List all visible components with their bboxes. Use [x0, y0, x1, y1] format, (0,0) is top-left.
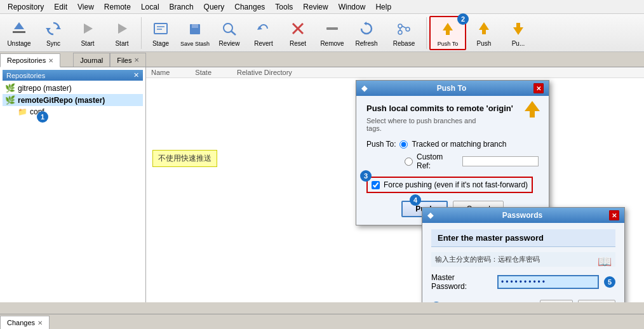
svg-marker-25 [479, 22, 489, 30]
save-stash-button[interactable]: Save Stash [178, 16, 211, 50]
review-button[interactable]: Review [213, 16, 246, 50]
refresh-button[interactable]: Refresh [350, 16, 383, 50]
content-area: Name State Relative Directory 不使用快速推送 ◆ … [146, 67, 644, 302]
step1-badge: 1 [37, 111, 48, 123]
review-icon [219, 18, 239, 39]
conf-folder-icon: 📁 [18, 107, 27, 116]
pwd-ok-button[interactable]: OK [540, 300, 572, 302]
push-to-close[interactable]: ✕ [533, 83, 544, 93]
col-name: Name [151, 69, 170, 76]
start1-button[interactable]: Start [71, 16, 104, 50]
menu-help[interactable]: Help [370, 1, 396, 13]
menu-review[interactable]: Review [298, 1, 333, 13]
radio-custom[interactable] [405, 158, 413, 166]
pwd-label: Master Password: [431, 273, 492, 291]
push-dialog-subtitle: Select where to push branches andtags. [366, 117, 539, 132]
pwd-heading: Enter the master password [431, 229, 615, 247]
sidebar-item-gitrepo[interactable]: 🌿 gitrepo (master) [3, 82, 143, 94]
svg-marker-29 [525, 101, 540, 111]
push-option-custom[interactable]: Custom Ref: [366, 152, 539, 170]
password-close[interactable]: ✕ [609, 210, 619, 220]
dialog-diamond-icon: ◆ [361, 84, 367, 93]
menu-remote[interactable]: Remote [99, 1, 136, 13]
svg-marker-1 [14, 22, 24, 29]
step3-badge: 3 [360, 170, 372, 182]
menu-local[interactable]: Local [136, 1, 164, 13]
start1-icon [77, 18, 98, 39]
sync-button[interactable]: Sync [37, 16, 70, 50]
remove-button[interactable]: Remove [316, 16, 349, 50]
password-dialog-titlebar: ◆ Passwords ✕ [422, 208, 624, 223]
tab-close-files[interactable]: ✕ [134, 57, 139, 64]
svg-rect-28 [516, 23, 520, 27]
svg-rect-10 [192, 24, 198, 28]
sidebar: Repositories ✕ 🌿 gitrepo (master) 🌿 remo… [0, 67, 146, 302]
svg-marker-4 [84, 24, 93, 34]
pwd-cancel-button[interactable]: Cancel [578, 300, 615, 302]
separator-2 [426, 17, 427, 49]
svg-rect-30 [530, 111, 535, 117]
sidebar-header: Repositories ✕ [3, 70, 143, 81]
custom-ref-input[interactable] [462, 156, 539, 166]
menu-edit[interactable]: Edit [49, 1, 72, 13]
menu-repository[interactable]: Repository [3, 1, 49, 13]
stage-button[interactable]: Stage [144, 16, 177, 50]
push-dialog-heading: Push local commits to remote 'origin' [366, 104, 539, 113]
tab-changes[interactable]: Changes ✕ [0, 316, 50, 329]
radio-tracked[interactable] [399, 140, 408, 149]
content-header: Name State Relative Directory [146, 67, 644, 78]
tab-close-repositories[interactable]: ✕ [48, 57, 53, 64]
col-relative-dir: Relative Directory [237, 69, 292, 76]
reset-icon [288, 18, 308, 39]
push-button[interactable]: Push [467, 16, 500, 50]
sidebar-close[interactable]: ✕ [133, 71, 139, 79]
password-dialog-body: Enter the master password 输入主分支的密码：远程仓库密… [422, 223, 624, 302]
pwd-subtitle: 输入主分支的密码：远程仓库密码 📖 [431, 252, 615, 267]
unstage-button[interactable]: Unstage [3, 16, 36, 50]
tab-repositories[interactable]: Repositories ✕ [0, 53, 60, 67]
pull-button[interactable]: Pu... [502, 16, 535, 50]
pull-icon [508, 18, 528, 39]
reset-button[interactable]: Reset [281, 16, 314, 50]
force-push-checkbox[interactable] [372, 181, 380, 189]
push-options: Push To: Tracked or matching branch Cust… [366, 140, 539, 170]
push-option-tracked[interactable]: Push To: Tracked or matching branch [366, 140, 539, 149]
menu-branch[interactable]: Branch [164, 1, 199, 13]
svg-line-22 [402, 26, 406, 28]
start2-button[interactable]: Start [105, 16, 138, 50]
push-icon [474, 18, 494, 39]
separator-1 [141, 17, 142, 49]
svg-marker-17 [364, 22, 366, 25]
menu-view[interactable]: View [72, 1, 99, 13]
col-state: State [195, 69, 211, 76]
rebase-button[interactable]: Rebase [384, 16, 424, 50]
svg-rect-26 [482, 30, 486, 34]
start2-icon [112, 18, 132, 39]
tab-files[interactable]: Files ✕ [110, 53, 146, 67]
tab-close-changes[interactable]: ✕ [37, 319, 43, 326]
rebase-icon [394, 18, 414, 39]
svg-point-20 [406, 27, 410, 31]
sidebar-item-remotegitrepo[interactable]: 🌿 remoteGitRepo (master) [3, 94, 143, 106]
step5-badge: 5 [604, 276, 615, 288]
tab-journal[interactable]: Journal [73, 53, 110, 67]
menu-window[interactable]: Window [333, 1, 371, 13]
step2-badge: 2 [457, 13, 469, 25]
pwd-field-row: Master Password: 5 [431, 273, 615, 291]
remove-icon [322, 18, 342, 39]
pwd-book-icon: 📖 [598, 255, 612, 269]
menu-tools[interactable]: Tools [270, 1, 298, 13]
sidebar-item-conf[interactable]: 📁 conf [3, 106, 143, 117]
menu-query[interactable]: Query [199, 1, 230, 13]
revert-button[interactable]: Revert [247, 16, 280, 50]
force-push-checkbox-area[interactable]: Force pushing (even if it's not fast-for… [366, 177, 533, 193]
revert-icon [253, 18, 274, 39]
svg-marker-2 [56, 26, 61, 29]
svg-point-18 [398, 30, 402, 34]
stage-icon [151, 18, 171, 39]
remotegitrepo-icon: 🌿 [5, 95, 15, 105]
info-icon[interactable]: i [431, 302, 441, 302]
menu-changes[interactable]: Changes [229, 1, 270, 13]
master-password-input[interactable] [497, 275, 599, 289]
push-to-button[interactable]: Push To 2 [429, 16, 466, 50]
